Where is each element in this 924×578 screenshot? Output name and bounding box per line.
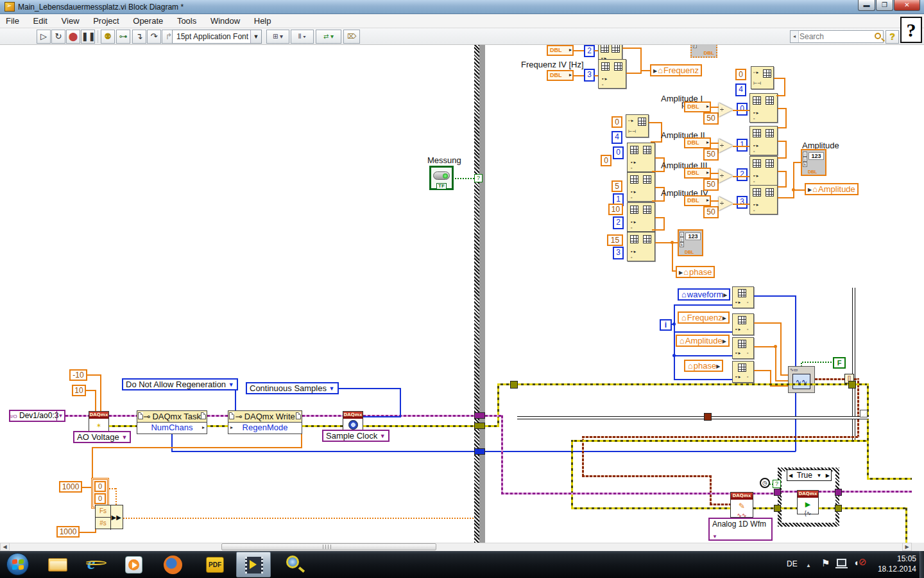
- daqmx-task-property-node[interactable]: ⊸ DAQmx Task NumChans▸: [137, 410, 207, 434]
- retain-wire-values-icon[interactable]: ⊶: [116, 30, 130, 44]
- font-selector[interactable]: 15pt Application Font ▼: [172, 30, 262, 44]
- menu-window[interactable]: Window: [205, 14, 246, 28]
- daqmx-create-channel-vi[interactable]: DAQmx ✶⊓⊔⊓: [89, 411, 109, 433]
- tunnel-task[interactable]: [835, 489, 842, 496]
- divide-node[interactable]: [719, 139, 733, 153]
- daqmx-write-property-node[interactable]: ⊸ DAQmx Write ▸RegenMode: [228, 410, 302, 434]
- replace-array-subset-node[interactable]: ▪·▸▫: [749, 156, 778, 186]
- iteration-terminal[interactable]: i: [660, 319, 672, 331]
- scroll-left-icon[interactable]: ◀: [0, 543, 10, 551]
- menu-tools[interactable]: Tools: [171, 14, 202, 28]
- taskbar-explorer[interactable]: [40, 552, 74, 577]
- replace-array-subset-node[interactable]: ▪·▸▫: [749, 185, 778, 215]
- block-diagram[interactable]: -10 10 I/O Dev1/ao0:3 ▼ DAQmx ✶⊓⊔⊓ AO Vo…: [0, 45, 912, 543]
- step-into-icon[interactable]: ↴: [132, 30, 146, 44]
- tunnel-error[interactable]: [474, 423, 485, 429]
- daqmx-write-vi[interactable]: DAQmx ✎∿∿: [730, 492, 753, 518]
- taskbar-internet-explorer[interactable]: e: [78, 552, 113, 577]
- numeric-constant[interactable]: 15: [607, 234, 623, 246]
- replace-array-subset-node[interactable]: ▪·▸▫: [749, 126, 778, 155]
- numeric-constant[interactable]: 3: [613, 247, 624, 259]
- run-icon[interactable]: ▷: [37, 30, 51, 44]
- action-center-flag-icon[interactable]: ⚑: [821, 557, 830, 569]
- numeric-constant[interactable]: 0: [737, 103, 748, 116]
- scroll-right-icon[interactable]: ▶: [902, 543, 912, 551]
- dbl-control-terminal[interactable]: DBL▸: [547, 45, 574, 56]
- dbl-control-terminal[interactable]: DBL▸: [684, 137, 711, 148]
- tray-clock[interactable]: 15:05 18.12.2014: [870, 554, 916, 574]
- help-window-button[interactable]: ?: [900, 17, 922, 43]
- menu-operate[interactable]: Operate: [127, 14, 169, 28]
- replace-array-subset-node[interactable]: ▪·▸▫: [598, 59, 626, 89]
- initialize-array-node[interactable]: ▫·▸⊢⊣: [626, 114, 649, 137]
- structure-border-left[interactable]: [474, 45, 479, 543]
- taskbar-pdf[interactable]: PDF: [198, 552, 232, 577]
- loop-border-left[interactable]: [479, 45, 485, 543]
- numeric-constant[interactable]: 1000: [56, 526, 80, 538]
- numeric-constant[interactable]: 50: [703, 148, 719, 161]
- reorder-objects-button[interactable]: ⇄ ▾: [316, 30, 341, 44]
- index-array-node[interactable]: ▪·▸▫: [732, 337, 754, 359]
- menu-view[interactable]: View: [56, 14, 85, 28]
- regeneration-mode-enum[interactable]: Do Not Allow Regeneration ▼: [122, 378, 238, 390]
- build-waveform-vi[interactable]: ∿▭ ∿∿: [788, 366, 815, 393]
- dbl-control-terminal[interactable]: DBL▸: [684, 168, 711, 179]
- amplitude-array-indicator[interactable]: ijk 123 DBL: [801, 149, 826, 176]
- replace-array-subset-node[interactable]: ▪·▸▫: [749, 93, 778, 123]
- waveform-component-node[interactable]: Fs #s ▶▶: [95, 505, 123, 529]
- start-button[interactable]: [6, 553, 29, 575]
- waveform-local-variable[interactable]: waveform▶: [678, 288, 730, 301]
- numeric-constant[interactable]: 2: [584, 45, 595, 57]
- continuous-samples-enum[interactable]: Continuous Samples ▼: [246, 382, 339, 394]
- initialize-array-node[interactable]: ▫·▸⊢⊣: [751, 66, 774, 89]
- step-over-icon[interactable]: ↷: [147, 30, 161, 44]
- numeric-constant[interactable]: 0: [735, 69, 746, 80]
- replace-array-subset-node[interactable]: ▪·▸▫: [627, 172, 655, 202]
- cleanup-diagram-button[interactable]: ⌦: [343, 30, 360, 44]
- chevron-down-icon[interactable]: ▼: [250, 30, 261, 43]
- cluster-element[interactable]: 0: [94, 493, 106, 504]
- case-prev-icon[interactable]: ◀: [789, 473, 792, 478]
- case-next-icon[interactable]: ▶: [826, 473, 830, 478]
- align-objects-button[interactable]: ⊞ ▾: [266, 30, 289, 44]
- menu-project[interactable]: Project: [87, 14, 124, 28]
- show-desktop-button[interactable]: [920, 551, 924, 578]
- ao-voltage-enum[interactable]: AO Voltage ▼: [73, 431, 131, 443]
- taskbar-search-tool[interactable]: [277, 552, 312, 577]
- amplitude-local-variable-read[interactable]: Amplitude▶: [676, 335, 730, 347]
- numeric-constant[interactable]: 4: [612, 131, 622, 144]
- frequenz-local-variable-read[interactable]: Frequenz▶: [678, 311, 730, 324]
- tunnel-numchans[interactable]: [474, 448, 485, 455]
- run-continuous-icon[interactable]: ↻: [51, 30, 65, 44]
- phase-local-variable[interactable]: ▶phase: [676, 266, 715, 278]
- numeric-constant[interactable]: 2: [737, 168, 748, 181]
- numeric-constant[interactable]: 50: [703, 112, 719, 125]
- maximize-button[interactable]: ❐: [876, 0, 893, 11]
- abort-icon[interactable]: ⬤: [66, 30, 80, 44]
- numeric-constant[interactable]: 0: [612, 116, 622, 128]
- dbl-control-terminal[interactable]: DBL▸: [684, 195, 711, 206]
- daqmx-start-task-vi[interactable]: DAQmx ▶{∿: [797, 490, 819, 514]
- replace-array-subset-node[interactable]: ▪·▸▫: [627, 202, 655, 232]
- frequenz-local-variable[interactable]: ▶Frequenz: [650, 64, 702, 76]
- search-dropdown-icon[interactable]: ◂: [791, 31, 799, 42]
- pause-icon[interactable]: ❚❚: [81, 30, 95, 44]
- taskbar-media-player[interactable]: [117, 552, 151, 577]
- numeric-constant[interactable]: 50: [703, 179, 719, 191]
- tray-expand-icon[interactable]: ▲: [806, 563, 811, 568]
- tunnel-error[interactable]: [835, 505, 842, 512]
- numeric-constant[interactable]: 5: [612, 180, 622, 192]
- volume-icon[interactable]: ◖⊘: [853, 557, 859, 568]
- distribute-objects-button[interactable]: ⫴ ▾: [291, 30, 314, 44]
- search-box[interactable]: ◂: [790, 30, 884, 43]
- numeric-constant[interactable]: 50: [703, 206, 719, 218]
- close-button[interactable]: ✕: [894, 0, 920, 11]
- case-selector-tunnel[interactable]: ?: [474, 174, 483, 182]
- numeric-constant[interactable]: 1000: [59, 481, 82, 493]
- network-icon[interactable]: [837, 559, 846, 566]
- taskbar-labview-active[interactable]: [236, 552, 271, 577]
- tunnel-error[interactable]: [848, 381, 856, 389]
- phase-array-indicator[interactable]: ijk 123 DBL: [678, 229, 703, 256]
- cluster-constant[interactable]: 0 0: [91, 478, 109, 509]
- numeric-constant[interactable]: 10: [608, 204, 623, 215]
